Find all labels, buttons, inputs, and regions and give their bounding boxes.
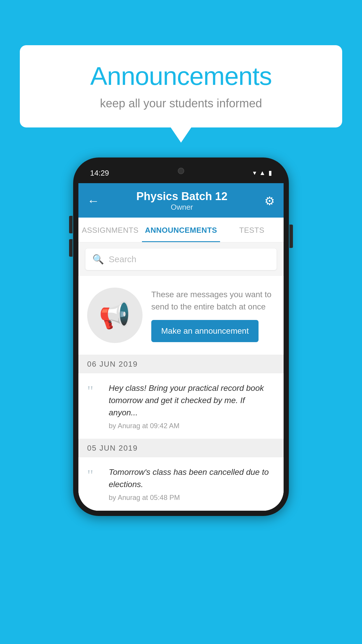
wifi-icon: ▾: [253, 169, 256, 177]
promo-description: These are messages you want to send to t…: [151, 288, 275, 313]
header-subtitle: Owner: [99, 203, 264, 212]
settings-icon[interactable]: ⚙: [264, 194, 275, 208]
search-container: 🔍 Search: [78, 243, 284, 276]
quote-icon-2: ": [87, 468, 102, 483]
search-icon: 🔍: [92, 254, 104, 265]
announcement-message-2: Tomorrow's class has been cancelled due …: [109, 466, 275, 491]
tab-announcements[interactable]: ANNOUNCEMENTS: [142, 218, 220, 242]
announcement-item-1[interactable]: " Hey class! Bring your practical record…: [78, 373, 284, 439]
header-center: Physics Batch 12 Owner: [99, 190, 264, 212]
tab-tests[interactable]: TESTS: [220, 218, 284, 242]
quote-icon-1: ": [87, 384, 102, 399]
tab-assignments[interactable]: ASSIGNMENTS: [78, 218, 142, 242]
back-button[interactable]: ←: [87, 194, 99, 208]
megaphone-icon: 📢: [99, 300, 131, 330]
date-separator-1: 06 JUN 2019: [78, 355, 284, 373]
search-input[interactable]: Search: [109, 254, 136, 264]
phone-outer: 14:29 ▾ ▲ ▮ ← Physics Batch 12 Owner ⚙: [73, 158, 289, 516]
volume-down-button: [69, 239, 73, 257]
signal-icon: ▲: [259, 169, 266, 177]
battery-icon: ▮: [268, 169, 272, 177]
announcements-title: Announcements: [37, 61, 325, 91]
phone-notch: [158, 163, 204, 179]
phone-mockup: 14:29 ▾ ▲ ▮ ← Physics Batch 12 Owner ⚙: [73, 158, 289, 516]
megaphone-circle: 📢: [87, 288, 143, 343]
announcement-content-1: Hey class! Bring your practical record b…: [109, 382, 275, 430]
date-separator-2: 05 JUN 2019: [78, 439, 284, 457]
announcement-content-2: Tomorrow's class has been cancelled due …: [109, 466, 275, 502]
header-title: Physics Batch 12: [99, 190, 264, 203]
volume-up-button: [69, 216, 73, 233]
speech-bubble-container: Announcements keep all your students inf…: [20, 45, 342, 127]
speech-bubble: Announcements keep all your students inf…: [20, 45, 342, 127]
app-header: ← Physics Batch 12 Owner ⚙: [78, 183, 284, 218]
phone-screen: ← Physics Batch 12 Owner ⚙ ASSIGNMENTS A…: [78, 183, 284, 511]
power-button: [289, 225, 293, 248]
tabs-bar: ASSIGNMENTS ANNOUNCEMENTS TESTS: [78, 218, 284, 243]
make-announcement-button[interactable]: Make an announcement: [151, 320, 259, 342]
front-camera: [178, 168, 184, 174]
announcement-meta-1: by Anurag at 09:42 AM: [109, 422, 275, 430]
status-time: 14:29: [90, 169, 109, 178]
announcement-meta-2: by Anurag at 05:48 PM: [109, 494, 275, 502]
status-icons: ▾ ▲ ▮: [253, 169, 272, 177]
announcements-subtitle: keep all your students informed: [37, 97, 325, 110]
search-bar[interactable]: 🔍 Search: [85, 249, 277, 270]
promo-content: These are messages you want to send to t…: [151, 288, 275, 342]
announcement-message-1: Hey class! Bring your practical record b…: [109, 382, 275, 419]
announcement-item-2[interactable]: " Tomorrow's class has been cancelled du…: [78, 457, 284, 511]
promo-section: 📢 These are messages you want to send to…: [78, 276, 284, 355]
status-bar: 14:29 ▾ ▲ ▮: [78, 163, 284, 183]
